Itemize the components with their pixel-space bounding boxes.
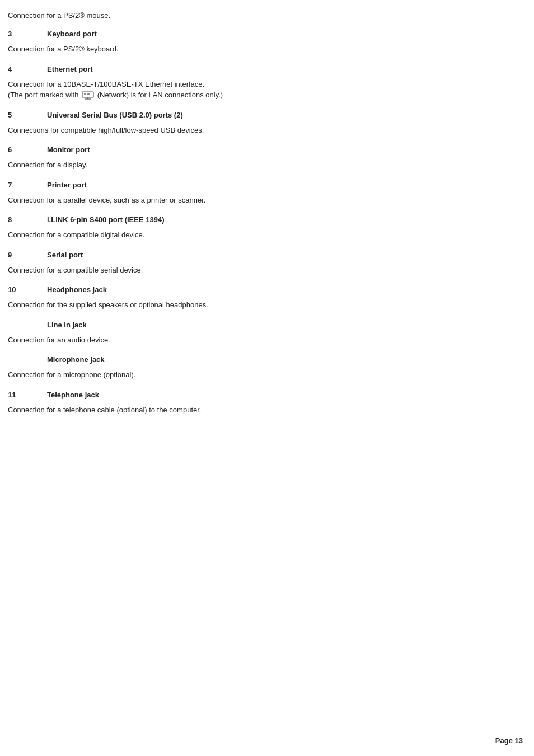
svg-rect-1: [84, 93, 86, 95]
section-3-title: Keyboard port: [47, 30, 97, 38]
section-11-title: Telephone jack: [47, 391, 99, 399]
ethernet-desc2-text: (The port marked with: [8, 91, 78, 99]
section-10-desc: Connection for the supplied speakers or …: [8, 299, 517, 311]
section-7-desc: Connection for a parallel device, such a…: [8, 195, 517, 206]
section-11-number: 11: [8, 391, 47, 399]
section-10: 10 Headphones jack Connection for the su…: [8, 285, 517, 311]
section-4-title: Ethernet port: [47, 65, 93, 73]
section-4: 4 Ethernet port Connection for a 10BASE-…: [8, 65, 517, 101]
network-icon: [82, 91, 94, 100]
page-number: Page 13: [495, 736, 523, 745]
section-7-number: 7: [8, 181, 47, 189]
section-5-title: Universal Serial Bus (USB 2.0) ports (2): [47, 111, 183, 119]
section-7-title: Printer port: [47, 181, 87, 189]
subsection-line-in-title: Line In jack: [47, 321, 87, 329]
svg-rect-2: [87, 93, 90, 95]
section-4-number: 4: [8, 65, 47, 73]
section-7: 7 Printer port Connection for a parallel…: [8, 181, 517, 206]
section-8-number: 8: [8, 215, 47, 224]
section-3: 3 Keyboard port Connection for a PS/2® k…: [8, 30, 517, 55]
section-9-title: Serial port: [47, 251, 83, 259]
section-4-desc2: (The port marked with (Network) is for L…: [8, 90, 517, 101]
section-9-number: 9: [8, 251, 47, 259]
subsection-line-in-desc: Connection for an audio device.: [8, 335, 517, 346]
section-4-desc1: Connection for a 10BASE-T/100BASE-TX Eth…: [8, 79, 517, 90]
section-5: 5 Universal Serial Bus (USB 2.0) ports (…: [8, 111, 517, 136]
section-3-desc: Connection for a PS/2® keyboard.: [8, 44, 517, 55]
section-9: 9 Serial port Connection for a compatibl…: [8, 251, 517, 276]
section-6-title: Monitor port: [47, 145, 90, 154]
section-6: 6 Monitor port Connection for a display.: [8, 145, 517, 171]
ethernet-desc2b-text: (Network) is for LAN connections only.): [97, 91, 223, 99]
section-8-title: i.LINK 6-pin S400 port (IEEE 1394): [47, 215, 165, 224]
section-9-desc: Connection for a compatible serial devic…: [8, 265, 517, 276]
section-11: 11 Telephone jack Connection for a telep…: [8, 391, 517, 416]
section-3-number: 3: [8, 30, 47, 38]
section-10-title: Headphones jack: [47, 285, 107, 294]
section-8-desc: Connection for a compatible digital devi…: [8, 229, 517, 241]
intro-line: Connection for a PS/2® mouse.: [8, 11, 517, 20]
section-11-desc: Connection for a telephone cable (option…: [8, 405, 517, 416]
section-5-number: 5: [8, 111, 47, 119]
subsection-microphone-title: Microphone jack: [47, 355, 105, 364]
section-6-number: 6: [8, 145, 47, 154]
section-5-desc: Connections for compatible high/full/low…: [8, 125, 517, 136]
subsection-microphone-desc: Connection for a microphone (optional).: [8, 369, 517, 381]
subsection-line-in: – Line In jack Connection for an audio d…: [8, 321, 517, 346]
section-10-number: 10: [8, 285, 47, 294]
section-8: 8 i.LINK 6-pin S400 port (IEEE 1394) Con…: [8, 215, 517, 241]
section-6-desc: Connection for a display.: [8, 159, 517, 171]
subsection-microphone: – Microphone jack Connection for a micro…: [8, 355, 517, 381]
